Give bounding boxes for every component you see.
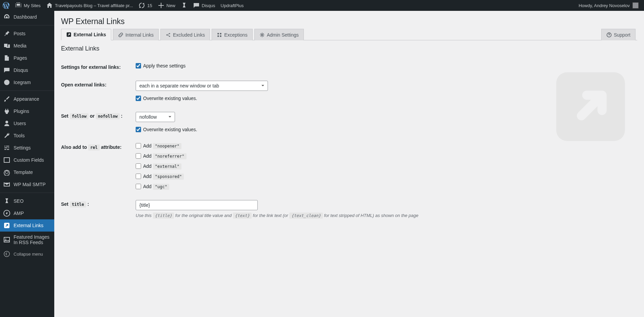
external-icon bbox=[66, 32, 72, 37]
svg-point-0 bbox=[4, 80, 9, 85]
menu-posts[interactable]: Posts bbox=[0, 27, 54, 40]
svg-point-10 bbox=[166, 34, 167, 35]
noopener-checkbox[interactable] bbox=[136, 143, 141, 148]
menu-tools[interactable]: Tools bbox=[0, 130, 54, 142]
title-input[interactable] bbox=[136, 200, 258, 210]
home-icon bbox=[46, 2, 53, 9]
svg-point-11 bbox=[169, 33, 170, 34]
user-icon bbox=[3, 120, 10, 127]
menu-pages[interactable]: Pages bbox=[0, 52, 54, 64]
updraft-label: UpdraftPlus bbox=[221, 3, 244, 8]
menu-appearance[interactable]: Appearance bbox=[0, 93, 54, 105]
label-title: Set title : bbox=[61, 200, 136, 207]
watermark-icon bbox=[552, 68, 629, 145]
ugc-checkbox[interactable] bbox=[136, 184, 141, 189]
svg-rect-2 bbox=[4, 158, 9, 162]
svg-point-17 bbox=[261, 34, 263, 36]
tab-exceptions[interactable]: Exceptions bbox=[212, 29, 252, 40]
label-open: Open external links: bbox=[61, 81, 136, 87]
updraft-bar[interactable]: UpdraftPlus bbox=[218, 0, 247, 11]
ugc-field[interactable]: Add "ugc" bbox=[136, 184, 637, 189]
svg-rect-14 bbox=[220, 33, 221, 34]
tab-support[interactable]: Support bbox=[601, 29, 636, 40]
apply-settings-field[interactable]: Apply these settings bbox=[136, 63, 637, 68]
grid-icon bbox=[217, 32, 222, 38]
disqus-bar[interactable]: Disqus bbox=[190, 0, 218, 11]
svg-point-1 bbox=[5, 121, 8, 123]
plug-icon bbox=[3, 108, 10, 115]
sponsored-checkbox[interactable] bbox=[136, 174, 141, 179]
page-icon bbox=[3, 55, 10, 61]
yoast[interactable] bbox=[178, 0, 190, 11]
svg-rect-16 bbox=[220, 35, 221, 37]
noreferrer-field[interactable]: Add "noreferrer" bbox=[136, 153, 637, 159]
content-area: WP External Links External Links Interna… bbox=[54, 11, 644, 237]
tabs-nav: External Links Internal Links Excluded L… bbox=[61, 29, 637, 40]
menu-amp[interactable]: AMP bbox=[0, 207, 54, 219]
label-rel: Also add to rel attribute: bbox=[61, 143, 136, 150]
page-title: WP External Links bbox=[61, 11, 637, 29]
menu-dashboard[interactable]: Dashboard bbox=[0, 11, 54, 23]
menu-settings[interactable]: Settings bbox=[0, 142, 54, 154]
menu-custom-fields[interactable]: Custom Fields bbox=[0, 154, 54, 166]
menu-featured-images[interactable]: Featured Images In RSS Feeds bbox=[0, 232, 54, 237]
menu-template[interactable]: Template bbox=[0, 166, 54, 178]
menu-media[interactable]: Media bbox=[0, 40, 54, 52]
overwrite-follow-checkbox[interactable] bbox=[136, 127, 141, 132]
tab-internal-links[interactable]: Internal Links bbox=[113, 29, 159, 40]
wordpress-icon bbox=[3, 2, 9, 9]
new-label: New bbox=[167, 3, 175, 8]
overwrite-open-checkbox[interactable] bbox=[136, 96, 141, 101]
external-link-icon bbox=[3, 222, 10, 229]
yoast-icon bbox=[181, 2, 188, 9]
external-checkbox[interactable] bbox=[136, 163, 141, 169]
image-icon bbox=[3, 236, 10, 237]
tab-admin-settings[interactable]: Admin Settings bbox=[254, 29, 304, 40]
menu-disqus[interactable]: Disqus bbox=[0, 64, 54, 76]
updates-count: 15 bbox=[147, 3, 152, 8]
brush-icon bbox=[3, 96, 10, 102]
noreferrer-checkbox[interactable] bbox=[136, 153, 141, 159]
gear-icon bbox=[3, 169, 10, 176]
mail-icon bbox=[3, 181, 10, 188]
label-settings: Settings for external links: bbox=[61, 63, 136, 70]
apply-checkbox[interactable] bbox=[136, 63, 141, 68]
follow-select[interactable]: nofollow bbox=[136, 112, 175, 122]
site-name[interactable]: Travelpayouts Blog – Travel affiliate pr… bbox=[43, 0, 136, 11]
sponsored-field[interactable]: Add "sponsored" bbox=[136, 174, 637, 179]
svg-point-12 bbox=[169, 36, 170, 37]
greeting-label: Howdy, Andrey Novoselov bbox=[579, 3, 630, 8]
seo-icon bbox=[3, 198, 10, 204]
media-icon bbox=[3, 42, 10, 49]
external-field[interactable]: Add "external" bbox=[136, 163, 637, 169]
tab-external-links[interactable]: External Links bbox=[61, 29, 111, 40]
icegram-icon bbox=[3, 79, 10, 86]
tab-excluded-links[interactable]: Excluded Links bbox=[160, 29, 210, 40]
my-sites[interactable]: My Sites bbox=[12, 0, 43, 11]
updates[interactable]: 15 bbox=[136, 0, 155, 11]
wp-logo[interactable] bbox=[0, 0, 12, 11]
link-icon bbox=[118, 32, 123, 38]
open-select[interactable]: each in a separate new window or tab bbox=[136, 81, 268, 91]
svg-rect-15 bbox=[218, 35, 219, 37]
menu-external-links[interactable]: External Links bbox=[0, 219, 54, 232]
label-follow: Set follow or nofollow : bbox=[61, 112, 136, 119]
my-sites-label: My Sites bbox=[24, 3, 41, 8]
sites-icon bbox=[15, 2, 22, 9]
share-icon bbox=[165, 32, 171, 38]
user-greeting[interactable]: Howdy, Andrey Novoselov bbox=[576, 0, 641, 11]
amp-icon bbox=[3, 210, 10, 217]
admin-sidebar: Dashboard Posts Media Pages Disqus Icegr… bbox=[0, 11, 54, 237]
menu-icegram[interactable]: Icegram bbox=[0, 76, 54, 88]
menu-plugins[interactable]: Plugins bbox=[0, 105, 54, 117]
new-content[interactable]: New bbox=[155, 0, 178, 11]
pin-icon bbox=[3, 30, 10, 37]
menu-wpmailsmtp[interactable]: WP Mail SMTP bbox=[0, 178, 54, 191]
plus-icon bbox=[158, 2, 164, 9]
svg-rect-13 bbox=[218, 33, 219, 34]
update-icon bbox=[138, 2, 145, 9]
menu-users[interactable]: Users bbox=[0, 117, 54, 130]
section-title: External Links bbox=[61, 45, 637, 52]
menu-seo[interactable]: SEO bbox=[0, 195, 54, 207]
comment-icon bbox=[193, 2, 200, 9]
